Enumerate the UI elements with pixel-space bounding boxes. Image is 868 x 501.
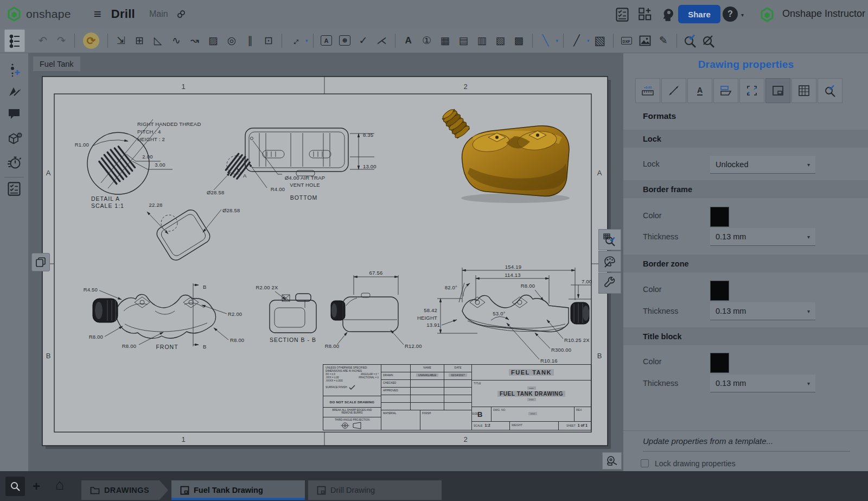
svg-text:R2.00 2X[interactable]: R2.00 2X	[256, 284, 278, 290]
update-views-icon[interactable]: ⟳	[83, 33, 99, 49]
svg-text:Ø4.00 AIR TRAP[interactable]: Ø4.00 AIR TRAP	[285, 175, 325, 181]
revision-table-icon[interactable]: ▧	[492, 31, 510, 50]
surface-finish-icon[interactable]: ✓	[354, 31, 373, 50]
border-zone-color-swatch[interactable]	[710, 281, 729, 301]
auxiliary-view-icon[interactable]: ◺	[149, 31, 167, 50]
centerline-caret-icon[interactable]: ▾	[587, 38, 590, 43]
text-icon[interactable]: A	[399, 31, 418, 50]
svg-text:2.00[interactable]: 2.00	[142, 154, 152, 160]
svg-text:3.00[interactable]: 3.00	[155, 162, 165, 168]
svg-text:R10.25 2X[interactable]: R10.25 2X	[564, 337, 590, 343]
svg-text:SCALE 1:1[interactable]: SCALE 1:1	[91, 202, 124, 209]
svg-text:13.91[interactable]: 13.91	[426, 322, 440, 328]
gdt-icon[interactable]: ⊕	[339, 35, 350, 46]
tab-sheet-properties[interactable]	[765, 78, 790, 103]
svg-text:7.00[interactable]: 7.00	[582, 278, 592, 284]
line-caret-icon[interactable]: ▾	[556, 38, 559, 43]
search-tabs-button[interactable]	[5, 477, 25, 496]
detail-view-icon[interactable]: ◎	[222, 31, 241, 50]
border-zone-thickness-select[interactable]: 0.13 mm ▾	[710, 302, 815, 320]
section-view-icon[interactable]: ▨	[204, 31, 222, 50]
svg-text:R300.00[interactable]: R300.00	[551, 347, 571, 353]
share-link-icon[interactable]	[176, 9, 187, 20]
centerline-icon[interactable]: ╱	[567, 31, 586, 50]
border-frame-thickness-select[interactable]: 0.13 mm ▾	[710, 228, 815, 246]
note-icon[interactable]: A	[321, 35, 332, 46]
tab-selection[interactable]	[739, 78, 764, 103]
breadcrumb-drawings-tab[interactable]: DRAWINGS	[81, 480, 168, 500]
svg-text:R8.00[interactable]: R8.00	[521, 283, 535, 289]
appearance-button[interactable]	[598, 251, 621, 272]
measure-tool-button[interactable]	[602, 452, 622, 470]
callout-icon[interactable]: ①	[418, 31, 436, 50]
learn-cube-icon[interactable]: ?	[7, 131, 22, 147]
history-stopwatch-icon[interactable]	[7, 155, 22, 170]
tab-tables[interactable]	[792, 78, 816, 103]
lock-section-header[interactable]: Lock	[623, 130, 868, 148]
svg-text:8.35[interactable]: 8.35	[363, 132, 373, 138]
svg-text:RIGHT HANDED THREAD[interactable]: RIGHT HANDED THREAD	[137, 121, 201, 127]
add-tab-button[interactable]: +	[33, 479, 40, 494]
title-block[interactable]: UNLESS OTHERWISE SPECIFIED: DIMENSIONS A…	[323, 364, 591, 430]
spline-control-icon[interactable]: ↝	[186, 31, 204, 50]
tab-fuel-tank-drawing[interactable]: Fuel Tank Drawing	[171, 480, 305, 500]
svg-text:R1.00[interactable]: R1.00	[75, 142, 89, 148]
svg-text:R4.00[interactable]: R4.00	[271, 186, 285, 192]
apps-grid-icon[interactable]	[638, 7, 652, 21]
svg-text:HEIGHT : 2[interactable]: HEIGHT : 2	[137, 136, 165, 142]
svg-text:R2.00[interactable]: R2.00	[228, 311, 242, 317]
home-button[interactable]: ⌂	[55, 477, 64, 493]
border-frame-color-swatch[interactable]	[710, 207, 729, 227]
border-frame-section-header[interactable]: Border frame	[623, 180, 868, 198]
broken-view-icon[interactable]: ∥	[241, 31, 259, 50]
inspect-check-icon[interactable]	[681, 31, 699, 50]
line-tool-icon[interactable]: ╲	[537, 31, 555, 50]
svg-text:DETAIL A[interactable]: DETAIL A	[91, 195, 120, 202]
svg-text:82.0°[interactable]: 82.0°	[445, 284, 457, 290]
svg-text:13.00[interactable]: 13.00	[363, 163, 376, 169]
account-logo-icon[interactable]	[760, 7, 775, 22]
tab-text[interactable]: A	[687, 78, 712, 103]
update-from-template-link[interactable]: Update properties from a template...	[643, 436, 773, 446]
insert-view-icon[interactable]: ⇲	[112, 31, 130, 50]
tab-dimensions[interactable]	[661, 78, 686, 103]
inspect-off-icon[interactable]	[699, 31, 718, 50]
border-zone-section-header[interactable]: Border zone	[623, 255, 868, 272]
title-block-section-header[interactable]: Title block	[623, 327, 868, 345]
lock-drawing-properties-checkbox[interactable]	[641, 459, 649, 467]
insert-item-icon[interactable]	[7, 62, 21, 78]
svg-text:SECTION B - B[interactable]: SECTION B - B	[270, 337, 316, 343]
svg-text:R4.50[interactable]: R4.50	[84, 287, 98, 293]
account-name[interactable]: Onshape Instructor	[782, 8, 865, 20]
share-button[interactable]: Share	[678, 5, 720, 23]
sketch-edit-icon[interactable]	[7, 85, 21, 99]
document-title[interactable]: Drill	[111, 7, 135, 21]
help-icon[interactable]: ?	[723, 7, 738, 22]
tab-view-labels[interactable]	[713, 78, 738, 103]
spline-icon[interactable]: ∿	[167, 31, 186, 50]
sheets-panel-button[interactable]	[31, 253, 50, 271]
table-icon[interactable]: ▦	[436, 31, 455, 50]
svg-text:FRONT[interactable]: FRONT	[156, 344, 178, 350]
crop-view-icon[interactable]: ⊡	[259, 31, 278, 50]
svg-text:PITCH : 4[interactable]: PITCH : 4	[137, 129, 161, 135]
bom-table-icon[interactable]: ▥	[473, 31, 492, 50]
dimension-icon[interactable]: ↔	[282, 27, 308, 53]
onshape-logo-icon[interactable]	[7, 7, 22, 22]
feature-list-button[interactable]	[4, 29, 25, 52]
svg-text:VENT HOLE[interactable]: VENT HOLE	[290, 182, 320, 188]
svg-text:67.56[interactable]: 67.56	[369, 270, 383, 276]
svg-text:53.0°[interactable]: 53.0°	[493, 310, 505, 316]
help-caret-icon[interactable]: ▾	[741, 12, 744, 18]
svg-text:154.19[interactable]: 154.19	[505, 264, 521, 270]
redo-icon[interactable]: ↷	[52, 31, 71, 50]
title-block-thickness-select[interactable]: 0.13 mm ▾	[710, 375, 815, 392]
dxf-import-icon[interactable]: DXF	[621, 37, 632, 45]
workspace-branch[interactable]: Main	[149, 9, 168, 19]
svg-text:Ø28.58[interactable]: Ø28.58	[207, 189, 224, 195]
view-layout-icon[interactable]: ⊞	[130, 31, 149, 50]
main-menu-icon[interactable]: ≡	[94, 7, 101, 22]
svg-text:58.42[interactable]: 58.42	[424, 307, 437, 313]
svg-text:R8.00[interactable]: R8.00	[230, 337, 244, 343]
comment-icon[interactable]	[7, 107, 21, 121]
